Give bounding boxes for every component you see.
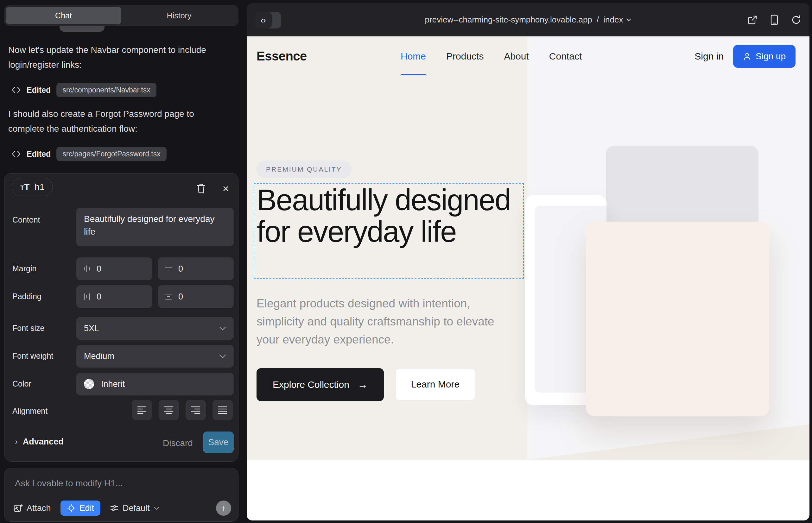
chevron-down-icon xyxy=(219,354,226,358)
refresh-icon[interactable] xyxy=(791,15,801,25)
decor-card-peach xyxy=(586,222,769,416)
padding-x-input[interactable]: 0 xyxy=(76,285,152,308)
element-inspector-panel: TT h1 × Content Beautifully designed for… xyxy=(4,173,239,462)
file-path-chip[interactable]: src/components/Navbar.tsx xyxy=(56,83,156,97)
attach-label: Attach xyxy=(27,503,51,513)
user-icon xyxy=(743,52,751,60)
font-weight-value: Medium xyxy=(84,351,114,361)
color-select[interactable]: Inherit xyxy=(76,373,234,395)
padding-vertical-icon xyxy=(164,292,173,301)
delete-element-button[interactable] xyxy=(195,182,207,194)
learn-more-button[interactable]: Learn More xyxy=(395,368,475,400)
font-weight-label: Font weight xyxy=(12,351,53,361)
url-separator: / xyxy=(597,15,599,25)
color-swatch-transparent xyxy=(84,379,94,389)
margin-x-value: 0 xyxy=(96,264,101,274)
url-page: index xyxy=(603,15,623,25)
site-navbar: Essence Home Products About Contact Sign… xyxy=(247,36,810,76)
explore-label: Explore Collection xyxy=(273,379,349,390)
open-external-icon[interactable] xyxy=(747,15,758,25)
selected-h1-outline[interactable]: Beautifully designed for everyday life xyxy=(254,183,524,278)
margin-horizontal-icon xyxy=(83,265,91,273)
content-input[interactable]: Beautifully designed for everyday life xyxy=(76,208,234,246)
arrow-right-icon: → xyxy=(357,379,368,391)
code-view-toggle[interactable]: ‹› xyxy=(254,12,281,29)
sign-in-link[interactable]: Sign in xyxy=(694,36,724,76)
margin-y-value: 0 xyxy=(178,264,183,274)
code-icon xyxy=(12,150,21,158)
lovable-workspace: Chat History Now let's update the Navbar… xyxy=(0,0,812,523)
tab-history[interactable]: History xyxy=(121,7,237,24)
chat-sidebar: Chat History Now let's update the Navbar… xyxy=(0,0,247,523)
padding-y-input[interactable]: 0 xyxy=(158,285,234,308)
advanced-toggle[interactable]: › Advanced xyxy=(15,437,64,447)
padding-y-value: 0 xyxy=(178,292,183,302)
alignment-label: Alignment xyxy=(12,407,48,416)
composer-toolbar: Attach Edit Default xyxy=(13,500,231,516)
url-bar[interactable]: preview--charming-site-symphony.lovable.… xyxy=(425,15,632,25)
margin-vertical-icon xyxy=(164,265,173,273)
mobile-preview-icon[interactable] xyxy=(770,15,778,25)
preview-window: ‹› preview--charming-site-symphony.lovab… xyxy=(247,3,810,521)
composer-input[interactable] xyxy=(15,476,227,491)
site-logo[interactable]: Essence xyxy=(257,36,307,76)
nav-links: Home Products About Contact xyxy=(401,36,582,76)
selected-element-badge: TT h1 xyxy=(12,178,53,196)
chevron-down-icon xyxy=(154,506,159,510)
margin-y-input[interactable]: 0 xyxy=(158,257,234,280)
explore-collection-button[interactable]: Explore Collection → xyxy=(257,368,384,401)
premium-quality-badge: PREMIUM QUALITY xyxy=(257,161,352,178)
url-host: preview--charming-site-symphony.lovable.… xyxy=(425,15,592,25)
align-justify-button[interactable] xyxy=(212,400,233,420)
edit-mode-button[interactable]: Edit xyxy=(60,501,101,516)
font-weight-select[interactable]: Medium xyxy=(76,345,234,367)
send-button[interactable]: ↑ xyxy=(216,501,231,516)
content-label: Content xyxy=(12,215,40,224)
padding-horizontal-icon xyxy=(83,292,91,301)
sliders-icon xyxy=(110,504,119,512)
tab-chat[interactable]: Chat xyxy=(6,7,121,24)
arrow-up-icon: ↑ xyxy=(222,503,226,513)
typography-icon: TT xyxy=(20,182,30,192)
chevron-down-icon xyxy=(219,326,226,330)
hero-cta-group: Explore Collection → Learn More xyxy=(257,368,475,401)
align-left-button[interactable] xyxy=(132,400,152,420)
color-label: Color xyxy=(12,379,31,389)
font-size-label: Font size xyxy=(12,324,44,333)
sign-up-button[interactable]: Sign up xyxy=(733,45,796,68)
file-path-chip[interactable]: src/pages/ForgotPassword.tsx xyxy=(56,147,166,161)
margin-x-input[interactable]: 0 xyxy=(76,257,152,280)
browser-bar: ‹› preview--charming-site-symphony.lovab… xyxy=(247,3,810,36)
target-icon xyxy=(67,504,76,512)
edit-label: Edit xyxy=(80,503,94,513)
chevron-right-icon: › xyxy=(15,437,18,447)
align-center-button[interactable] xyxy=(159,400,179,420)
edited-file-row: Edited src/components/Navbar.tsx xyxy=(12,82,156,98)
chat-history-tabs: Chat History xyxy=(4,5,239,26)
padding-label: Padding xyxy=(12,292,41,301)
chevron-down-icon xyxy=(626,18,631,21)
code-icon xyxy=(12,86,21,94)
browser-actions xyxy=(747,3,801,36)
code-icon: ‹› xyxy=(254,12,272,29)
nav-link-contact[interactable]: Contact xyxy=(549,51,582,62)
align-right-button[interactable] xyxy=(186,400,206,420)
nav-link-home[interactable]: Home xyxy=(401,51,426,62)
hero-heading[interactable]: Beautifully designed for everyday life xyxy=(257,184,523,248)
save-button[interactable]: Save xyxy=(203,432,234,453)
font-size-select[interactable]: 5XL xyxy=(76,317,234,340)
color-value: Inherit xyxy=(101,379,125,389)
padding-x-value: 0 xyxy=(96,292,101,302)
edited-label: Edited xyxy=(27,86,51,95)
discard-button[interactable]: Discard xyxy=(163,438,193,448)
chat-composer: Attach Edit Default xyxy=(4,468,239,522)
advanced-label: Advanced xyxy=(23,437,64,447)
edited-label: Edited xyxy=(27,149,51,159)
nav-link-about[interactable]: About xyxy=(504,51,529,62)
model-selector[interactable]: Default xyxy=(110,503,159,513)
attach-image-icon xyxy=(13,503,23,513)
nav-link-products[interactable]: Products xyxy=(446,51,483,62)
assistant-message: Now let's update the Navbar component to… xyxy=(8,42,217,72)
close-panel-button[interactable]: × xyxy=(220,182,232,194)
attach-button[interactable]: Attach xyxy=(13,503,51,513)
